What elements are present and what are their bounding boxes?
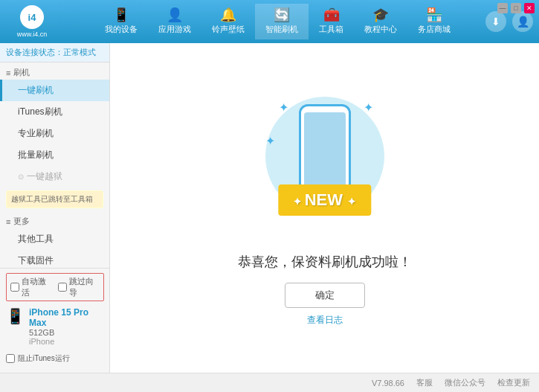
- sidebar-item-pro-brush[interactable]: 专业刷机: [0, 123, 109, 144]
- batch-brush-label: 批量刷机: [18, 150, 54, 160]
- logo-icon: i4: [20, 5, 44, 29]
- status-label: 设备连接状态：: [6, 48, 63, 57]
- stop-itunes-row: 阻止iTunes运行: [0, 349, 110, 368]
- logo-text: i4: [28, 12, 36, 23]
- user-button[interactable]: 👤: [512, 11, 533, 32]
- stop-itunes-text: 阻止iTunes运行: [18, 353, 70, 364]
- sparkle-top-left: ✦: [279, 100, 288, 115]
- new-banner: NEW: [278, 184, 371, 216]
- sidebar-item-batch-brush[interactable]: 批量刷机: [0, 144, 109, 166]
- section-more-label: 更多: [13, 216, 30, 227]
- nav-smart-brush-icon: 🔄: [274, 8, 290, 22]
- stop-itunes-label[interactable]: 阻止iTunes运行: [6, 350, 104, 367]
- check-update-link[interactable]: 检查更新: [497, 377, 530, 388]
- sparkle-top-right: ✦: [364, 100, 373, 115]
- nav-apps-games-label: 应用游戏: [158, 24, 191, 35]
- logo-subtext: www.i4.cn: [17, 30, 48, 38]
- phone-screen: [304, 112, 346, 187]
- nav-ringtones-icon: 🔔: [220, 8, 236, 22]
- guide-activate-label[interactable]: 跳过向导: [58, 276, 100, 298]
- nav-my-device-label: 我的设备: [105, 24, 138, 35]
- nav-smart-brush-label: 智能刷机: [265, 24, 298, 35]
- guide-activate-text: 跳过向导: [69, 276, 100, 298]
- nav-ringtones-label: 铃声壁纸: [212, 24, 245, 35]
- nav-apps-games-icon: 👤: [167, 8, 183, 22]
- nav-apps-games[interactable]: 👤 应用游戏: [148, 4, 201, 39]
- section-more-icon: ≡: [6, 217, 10, 226]
- auto-activate-text: 自动激活: [22, 276, 52, 298]
- device-name: iPhone 15 Pro Max: [29, 307, 104, 328]
- maximize-button[interactable]: □: [511, 3, 521, 13]
- nav-merchant-icon: 🏪: [426, 8, 442, 22]
- header-right: ⬇ 👤: [485, 11, 533, 32]
- nav-merchant[interactable]: 🏪 务店商城: [407, 4, 461, 39]
- main-content: ✦ ✦ ✦ NEW 恭喜您，保资料刷机成功啦！ 确定 查看日志: [110, 43, 539, 373]
- nav-merchant-label: 务店商城: [418, 24, 451, 35]
- nav-tutorials-label: 教程中心: [364, 24, 397, 35]
- window-controls: — □ ✕: [497, 3, 535, 13]
- device-type: iPhone: [29, 337, 104, 346]
- jailbreak-notice: 越狱工具已跳转至工具箱: [6, 190, 103, 208]
- confirm-button[interactable]: 确定: [285, 283, 365, 308]
- header: i4 www.i4.cn 📱 我的设备 👤 应用游戏 🔔 铃声壁纸 🔄 智能刷机: [0, 0, 539, 43]
- phone-illustration: ✦ ✦ ✦ NEW: [258, 89, 392, 238]
- jailbreak-label: 一键越狱: [27, 170, 62, 183]
- download-firmware-label: 下载固件: [18, 255, 54, 266]
- nav-my-device-icon: 📱: [113, 8, 129, 22]
- section-brush-label: 刷机: [13, 67, 30, 78]
- sidebar-item-one-click-brush[interactable]: 一键刷机: [0, 80, 109, 101]
- success-message: 恭喜您，保资料刷机成功啦！: [238, 253, 412, 271]
- nav-my-device[interactable]: 📱 我的设备: [94, 4, 148, 39]
- auto-activate-row: 自动激活 跳过向导: [6, 273, 104, 301]
- nav-toolbox-icon: 🧰: [323, 8, 340, 22]
- device-storage: 512GB: [29, 328, 104, 337]
- nav-tutorials[interactable]: 🎓 教程中心: [354, 4, 407, 39]
- one-click-brush-label: 一键刷机: [18, 85, 54, 95]
- itunes-brush-label: iTunes刷机: [18, 106, 62, 117]
- other-tools-label: 其他工具: [18, 234, 54, 244]
- sidebar-item-jailbreak: ⊙ 一键越狱: [0, 166, 109, 187]
- device-text-block: iPhone 15 Pro Max 512GB iPhone: [29, 307, 104, 346]
- nav-tutorials-icon: 🎓: [372, 8, 389, 22]
- device-info: 📱 iPhone 15 Pro Max 512GB iPhone: [6, 304, 104, 349]
- nav-toolbox-label: 工具箱: [319, 24, 343, 35]
- status-value: 正常模式: [63, 48, 96, 57]
- device-icon: 📱: [6, 307, 25, 325]
- new-label: NEW: [305, 190, 343, 209]
- sidebar: 设备连接状态：正常模式 ≡ 刷机 一键刷机 iTunes刷机 专业刷机 批量刷机…: [0, 43, 110, 373]
- download-button[interactable]: ⬇: [485, 11, 506, 32]
- pro-brush-label: 专业刷机: [18, 128, 54, 138]
- status-bar: 设备连接状态：正常模式: [0, 43, 109, 62]
- sidebar-section-more: ≡ 更多: [0, 211, 109, 228]
- feedback-link[interactable]: 客服: [416, 377, 433, 388]
- version-text: V7.98.66: [372, 379, 404, 388]
- guide-activate-checkbox[interactable]: [58, 283, 67, 292]
- minimize-button[interactable]: —: [497, 3, 508, 13]
- sidebar-item-other-tools[interactable]: 其他工具: [0, 228, 109, 250]
- sparkle-left: ✦: [265, 134, 275, 148]
- wechat-link[interactable]: 微信公众号: [445, 377, 485, 388]
- nav-smart-brush[interactable]: 🔄 智能刷机: [255, 4, 309, 39]
- sidebar-section-brush: ≡ 刷机: [0, 62, 109, 80]
- close-button[interactable]: ✕: [524, 3, 535, 13]
- auto-activate-label[interactable]: 自动激活: [10, 276, 52, 298]
- sidebar-bottom: 自动激活 跳过向导 📱 iPhone 15 Pro Max 512GB iPho…: [0, 268, 110, 353]
- sidebar-item-itunes-brush[interactable]: iTunes刷机: [0, 101, 109, 123]
- logo-area: i4 www.i4.cn: [6, 5, 58, 38]
- nav-toolbox[interactable]: 🧰 工具箱: [309, 4, 354, 39]
- log-link[interactable]: 查看日志: [307, 314, 343, 327]
- stop-itunes-checkbox[interactable]: [6, 354, 15, 363]
- footer: V7.98.66 客服 微信公众号 检查更新: [0, 373, 539, 392]
- main-layout: 设备连接状态：正常模式 ≡ 刷机 一键刷机 iTunes刷机 专业刷机 批量刷机…: [0, 43, 539, 373]
- nav-ringtones[interactable]: 🔔 铃声壁纸: [201, 4, 255, 39]
- section-brush-icon: ≡: [6, 68, 10, 77]
- main-nav: 📱 我的设备 👤 应用游戏 🔔 铃声壁纸 🔄 智能刷机 🧰 工具箱 🎓: [70, 4, 485, 39]
- auto-activate-checkbox[interactable]: [10, 283, 19, 292]
